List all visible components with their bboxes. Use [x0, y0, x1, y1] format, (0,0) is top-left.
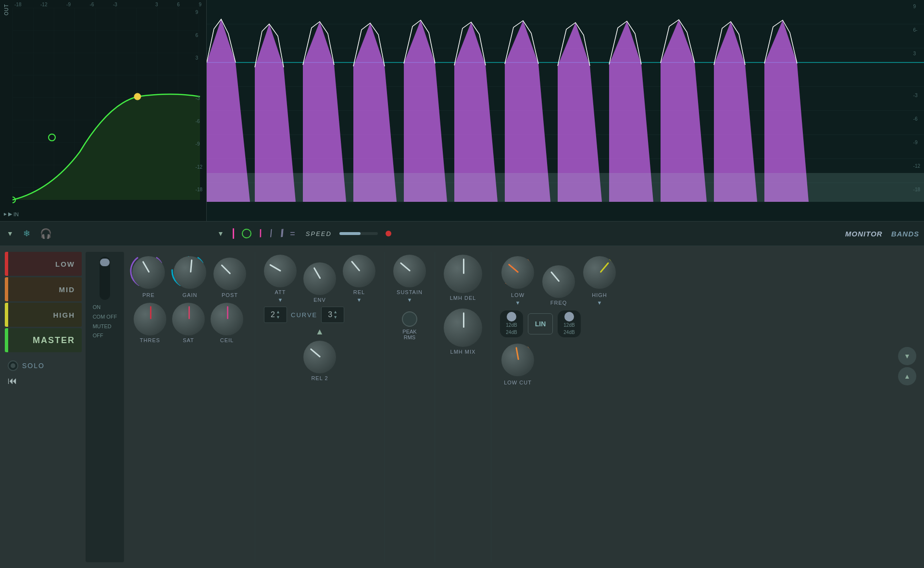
curve-left-box-wrap: 2 ▲ ▼: [264, 307, 287, 323]
high-knob[interactable]: [583, 256, 616, 289]
pre-knob[interactable]: [132, 256, 165, 289]
curve-upload-icon[interactable]: ▲: [315, 327, 324, 337]
lmh-mix-knob[interactable]: [444, 309, 482, 347]
db-toggle-right[interactable]: 12dB 24dB: [558, 310, 581, 337]
rel-knob[interactable]: [343, 255, 375, 287]
high-arrow[interactable]: ▼: [597, 300, 602, 306]
mode-equal-btn[interactable]: =: [288, 227, 297, 241]
db-toggle-right-knob: [564, 312, 574, 321]
low-freq-knob-group: LOW ▼: [500, 255, 536, 306]
gain-knob-indicator: [190, 259, 192, 272]
post-label: POST: [222, 292, 238, 298]
toolbar-snowflake-btn[interactable]: ❄: [21, 226, 32, 241]
lmh-section: LMH DEL LMH MIX: [441, 252, 485, 562]
skip-back-icon[interactable]: ⏮: [8, 375, 17, 386]
db-toggle-left-knob: [507, 312, 516, 321]
db12-right-label: 12dB: [562, 321, 575, 329]
divider-3: [435, 252, 435, 562]
bottom-arrow-btns: ▼ ▲: [898, 347, 916, 385]
curve-editor: -18 -12 -9 -6 -3 3 6 9 OUT 9 6 3 -3 -6 -…: [0, 0, 207, 221]
status-slider[interactable]: [100, 257, 110, 300]
sat-knob-group: SAT: [172, 303, 205, 343]
env-knob[interactable]: [303, 262, 336, 295]
sustain-arrow[interactable]: ▼: [407, 297, 412, 303]
solo-button[interactable]: [8, 360, 18, 371]
toolbar-left: ▼ ❄ 🎧: [5, 226, 212, 241]
band-item-mid[interactable]: MID: [5, 277, 82, 301]
rel-arrow[interactable]: ▼: [357, 297, 362, 303]
mode-slash2-btn[interactable]: /: [268, 225, 275, 242]
att-label: ATT: [275, 289, 286, 295]
freq-knob-indicator: [550, 271, 560, 282]
sustain-label: SUSTAIN: [397, 289, 423, 295]
bar-icon: [233, 228, 234, 239]
high-label: HIGH: [592, 292, 607, 298]
lmh-del-indicator: [463, 259, 464, 274]
band-color-bar-high: [5, 303, 8, 327]
rel2-knob[interactable]: [303, 341, 336, 373]
att-knob[interactable]: [264, 255, 297, 287]
low-cut-knob[interactable]: [501, 344, 534, 376]
dropdown-arrow-icon: ▼: [7, 230, 13, 237]
band-item-master[interactable]: MASTER: [5, 328, 82, 352]
toolbar-dropdown-btn[interactable]: ▼: [5, 228, 15, 239]
curve-grid-right: 9 6 3 -3 -6 -9 -12 -18: [196, 10, 202, 192]
thres-knob-indicator: [150, 306, 151, 319]
lmh-del-knob-group: LMH DEL: [444, 255, 482, 301]
waveform-dropdown-btn[interactable]: ▼: [215, 228, 226, 239]
low-knob-indicator: [508, 263, 519, 273]
peak-rms-btn[interactable]: [402, 311, 417, 327]
gain-knob[interactable]: [174, 256, 206, 289]
db-toggle-left[interactable]: 12dB 24dB: [500, 310, 523, 337]
sat-knob[interactable]: [172, 303, 205, 335]
lin-button[interactable]: LIN: [528, 313, 553, 334]
status-on: ON: [93, 303, 117, 312]
divider-1: [255, 252, 255, 562]
low-cut-knob-indicator: [515, 347, 519, 360]
peak-rms-group: PEAK RMS: [402, 311, 417, 340]
pre-knob-group: PRE: [131, 255, 166, 298]
freq-knob[interactable]: [542, 265, 575, 298]
low-knob[interactable]: [501, 256, 534, 289]
toolbar-headphone-btn[interactable]: 🎧: [38, 226, 54, 241]
monitor-label[interactable]: MONITOR: [845, 230, 883, 238]
svg-rect-38: [207, 173, 924, 202]
bands-label[interactable]: BANDS: [891, 230, 919, 238]
ceil-knob[interactable]: [211, 303, 243, 335]
ceil-label: CEIL: [220, 337, 234, 343]
curve-left-box[interactable]: 2 ▲ ▼: [264, 307, 287, 323]
band-color-bar-mid: [5, 277, 8, 301]
curve-left-down[interactable]: ▼: [276, 315, 280, 320]
speed-slider-track[interactable]: [339, 232, 378, 235]
mode-bar-btn[interactable]: [231, 226, 236, 241]
toolbar: ▼ ❄ 🎧 ▼: [0, 221, 924, 246]
mode-dslash-btn[interactable]: //: [278, 225, 284, 242]
band-item-low[interactable]: LOW: [5, 252, 82, 276]
curve-right-up[interactable]: ▲: [333, 309, 337, 315]
sustain-knob-group: SUSTAIN ▼: [393, 255, 426, 303]
arrow-up-btn[interactable]: ▲: [898, 367, 916, 385]
mode-slash1-btn[interactable]: /: [257, 225, 264, 242]
att-arrow[interactable]: ▼: [278, 297, 283, 303]
att-env-rel-row: ATT ▼ ENV REL ▼: [264, 255, 375, 303]
low-arrow[interactable]: ▼: [515, 300, 521, 306]
sustain-knob[interactable]: [393, 255, 426, 287]
band-color-bar-low: [5, 252, 8, 276]
status-slider-knob: [100, 259, 110, 266]
pre-gain-post-section: PRE GAIN: [128, 252, 249, 562]
speed-dot[interactable]: [386, 231, 391, 236]
post-knob-group: POST: [213, 258, 246, 298]
lmh-mix-indicator: [463, 312, 464, 328]
curve-grid-top: -18 -12 -9 -6 -3 3 6 9: [14, 2, 201, 7]
curve-left-up[interactable]: ▲: [276, 309, 280, 315]
arrow-down-btn[interactable]: ▼: [898, 347, 916, 365]
curve-right-down[interactable]: ▼: [333, 315, 337, 320]
curve-right-box[interactable]: 3 ▲ ▼: [321, 307, 344, 323]
playback-controls: ⏮: [5, 375, 82, 386]
lmh-del-knob[interactable]: [444, 255, 482, 293]
post-knob[interactable]: [213, 258, 246, 290]
mode-circle-btn[interactable]: [240, 227, 253, 240]
band-item-high[interactable]: HIGH: [5, 303, 82, 327]
pre-knob-wrap: [131, 255, 166, 290]
thres-knob[interactable]: [134, 303, 166, 335]
